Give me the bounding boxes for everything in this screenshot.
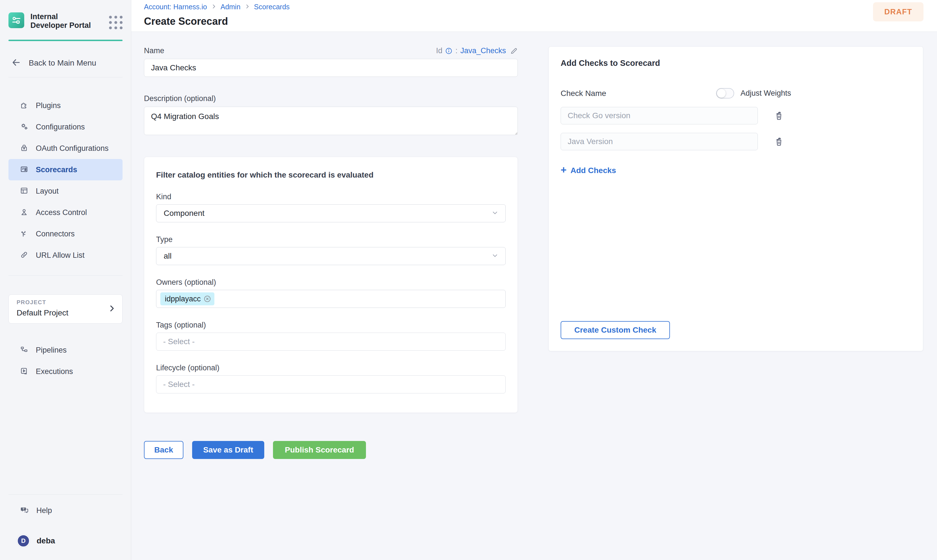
filter-panel: Filter catalog entities for which the sc… [144, 157, 518, 413]
sidebar-item-label: URL Allow List [36, 251, 85, 260]
add-checks-label: Add Checks [571, 166, 616, 175]
app-root: Internal Developer Portal Back to Main M… [0, 0, 937, 560]
plus-icon: + [560, 165, 567, 175]
sidebar-item-label: OAuth Configurations [36, 144, 108, 153]
gears-icon [20, 122, 28, 132]
sidebar-item-configurations[interactable]: Configurations [8, 116, 122, 138]
sidebar-item-label: Connectors [36, 230, 75, 238]
sidebar-item-plugins[interactable]: Plugins [8, 95, 122, 116]
pipelines-icon [20, 345, 28, 355]
idp-logo-icon [8, 12, 24, 28]
sidebar-item-oauth-configurations[interactable]: OAuth Configurations [8, 138, 122, 159]
edit-pencil-icon[interactable] [510, 47, 518, 55]
add-checks-panel: Add Checks to Scorecard Check Name Adjus… [548, 46, 923, 351]
arrow-left-icon [11, 58, 21, 68]
adjust-weights-label: Adjust Weights [740, 89, 791, 98]
help-chat-icon: ? [20, 505, 29, 516]
lifecycle-input[interactable] [156, 375, 506, 394]
sidebar-item-access-control[interactable]: Access Control [8, 202, 122, 223]
chevron-right-icon [211, 4, 217, 11]
breadcrumb-scorecards-link[interactable]: Scorecards [254, 3, 290, 11]
connectors-icon [20, 229, 28, 239]
layout-icon [20, 186, 28, 196]
executions-icon [20, 367, 28, 377]
app-switcher-grid-icon[interactable] [109, 16, 122, 29]
status-badge: DRAFT [873, 2, 923, 22]
sidebar-item-layout[interactable]: Layout [8, 180, 122, 202]
user-menu[interactable]: D deba [8, 530, 122, 552]
sidebar-item-label: Plugins [36, 101, 61, 110]
app-title: Internal Developer Portal [31, 12, 95, 30]
adjust-weights-toggle[interactable] [716, 88, 734, 98]
delete-check-icon[interactable] [773, 136, 784, 147]
chevron-right-icon [108, 304, 116, 314]
description-textarea[interactable]: Q4 Migration Goals [144, 107, 518, 135]
check-name-input-1[interactable] [560, 107, 758, 125]
sidebar-item-url-allow-list[interactable]: URL Allow List [8, 245, 122, 266]
type-label: Type [156, 235, 506, 244]
sidebar-item-scorecards[interactable]: Scorecards [8, 159, 122, 180]
description-label: Description (optional) [144, 94, 518, 103]
remove-owner-icon[interactable] [203, 295, 211, 303]
sidebar-item-label: Configurations [36, 123, 85, 131]
id-value-link[interactable]: Java_Checks [460, 46, 506, 55]
person-icon [20, 208, 28, 217]
check-row [560, 107, 911, 125]
help-label: Help [36, 506, 52, 515]
project-eyebrow: PROJECT [17, 299, 116, 306]
owner-chip-label: idpplayacc [165, 295, 201, 303]
sidebar-item-label: Executions [36, 367, 73, 376]
info-icon[interactable] [445, 47, 452, 55]
type-select-value: all [164, 252, 171, 261]
back-button[interactable]: Back [144, 441, 184, 459]
check-name-label: Check Name [560, 89, 606, 98]
puzzle-icon [20, 101, 28, 111]
divider [8, 275, 122, 276]
sidebar-item-label: Layout [36, 187, 59, 195]
kind-select[interactable]: Component [156, 204, 506, 222]
lock-icon [20, 143, 28, 153]
back-to-main-menu[interactable]: Back to Main Menu [8, 55, 122, 71]
chevron-right-icon [244, 4, 250, 11]
user-name: deba [37, 536, 55, 545]
main-content: Account: Harness.io Admin Scorecards Cre… [131, 0, 937, 560]
kind-label: Kind [156, 192, 506, 201]
back-label: Back to Main Menu [29, 58, 96, 68]
sidebar-item-label: Access Control [36, 208, 87, 217]
check-name-input-2[interactable] [560, 133, 758, 150]
sidebar-item-help[interactable]: ? Help [8, 500, 122, 521]
sidebar-item-connectors[interactable]: Connectors [8, 223, 122, 245]
id-separator: : [455, 46, 457, 55]
breadcrumb-account-link[interactable]: Account: Harness.io [144, 3, 207, 11]
publish-scorecard-button[interactable]: Publish Scorecard [273, 441, 366, 459]
sidebar-item-executions[interactable]: Executions [8, 361, 122, 382]
chevron-down-icon [491, 209, 499, 217]
name-input[interactable] [144, 59, 518, 77]
name-label: Name [144, 46, 164, 55]
tags-label: Tags (optional) [156, 321, 506, 329]
scorecard-icon [20, 165, 28, 175]
scorecard-form: Name Id : Java_Checks [144, 46, 518, 560]
save-as-draft-button[interactable]: Save as Draft [192, 441, 264, 459]
sidebar: Internal Developer Portal Back to Main M… [0, 0, 131, 560]
delete-check-icon[interactable] [773, 110, 784, 121]
avatar: D [17, 534, 30, 547]
sidebar-item-pipelines[interactable]: Pipelines [8, 339, 122, 361]
filter-heading: Filter catalog entities for which the sc… [156, 171, 506, 180]
chevron-down-icon [491, 252, 499, 260]
page-header: Account: Harness.io Admin Scorecards Cre… [131, 0, 937, 32]
create-custom-check-button[interactable]: Create Custom Check [560, 321, 670, 339]
add-checks-button[interactable]: + Add Checks [560, 166, 616, 175]
tags-input[interactable] [156, 332, 506, 351]
project-selector[interactable]: PROJECT Default Project [8, 294, 122, 324]
owners-input[interactable]: idpplayacc [156, 290, 506, 308]
breadcrumb-admin-link[interactable]: Admin [221, 3, 241, 11]
lifecycle-label: Lifecycle (optional) [156, 363, 506, 372]
sidebar-item-label: Scorecards [36, 165, 77, 174]
link-icon [20, 251, 28, 260]
type-select[interactable]: all [156, 247, 506, 265]
kind-select-value: Component [164, 209, 205, 218]
svg-text:?: ? [22, 507, 24, 511]
project-name: Default Project [17, 308, 116, 317]
id-label: Id [436, 46, 443, 55]
